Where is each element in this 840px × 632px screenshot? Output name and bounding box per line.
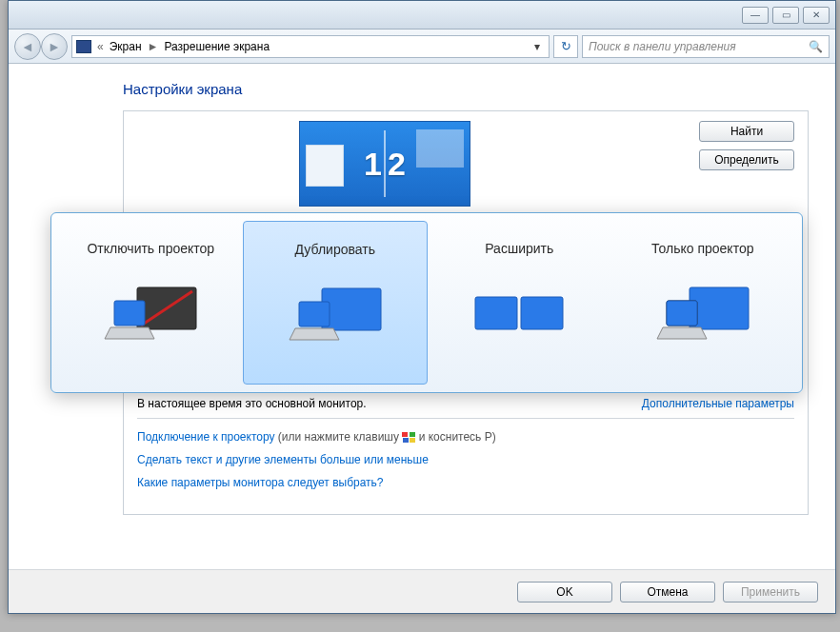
option-label: Отключить проектор — [87, 230, 214, 267]
search-icon: 🔍 — [809, 40, 823, 53]
monitor-params-link[interactable]: Какие параметры монитора следует выбрать… — [137, 476, 794, 489]
svg-rect-8 — [521, 297, 563, 329]
navigation-bar: ◄ ► « Экран ► Разрешение экрана ▾ ↻ Поис… — [9, 30, 835, 64]
primary-monitor-status: В настоящее время это основной монитор. — [137, 397, 367, 410]
breadcrumb-sep: « — [97, 40, 104, 53]
detect-button[interactable]: Определить — [699, 149, 794, 170]
svg-rect-13 — [667, 301, 697, 326]
svg-rect-9 — [690, 287, 749, 329]
breadcrumb-sep: ► — [148, 40, 159, 53]
control-panel-window: — ▭ ✕ ◄ ► « Экран ► Разрешение экрана ▾ … — [8, 0, 836, 614]
projector-only-icon — [646, 280, 760, 356]
search-placeholder: Поиск в панели управления — [589, 40, 736, 53]
svg-rect-6 — [299, 302, 330, 326]
cancel-button[interactable]: Отмена — [620, 582, 715, 602]
address-bar[interactable]: « Экран ► Разрешение экрана ▾ — [71, 35, 550, 58]
svg-rect-4 — [322, 288, 381, 330]
svg-marker-10 — [657, 327, 707, 339]
svg-marker-5 — [290, 328, 339, 340]
nav-forward-button[interactable]: ► — [41, 33, 68, 60]
projector-option-projector-only[interactable]: Только проектор — [611, 221, 795, 385]
projector-option-duplicate[interactable]: Дублировать — [243, 221, 429, 385]
nav-back-button[interactable]: ◄ — [14, 33, 41, 60]
preview-window-icon — [416, 129, 464, 168]
option-label: Только проектор — [651, 230, 753, 267]
projector-mode-popup: Отключить проектор Дублировать Расширить — [50, 212, 803, 393]
link-hint: и коснитесь P) — [415, 430, 495, 444]
projector-connection-link[interactable]: Подключение к проектору (или нажмите кла… — [137, 430, 794, 444]
minimize-button[interactable]: — — [742, 7, 769, 24]
dialog-footer: OK Отмена Применить — [9, 569, 835, 613]
refresh-button[interactable]: ↻ — [553, 35, 578, 58]
disconnect-projector-icon — [93, 280, 208, 356]
display-number-1: 1 — [364, 146, 382, 183]
display-number-2: 2 — [388, 146, 406, 183]
maximize-button[interactable]: ▭ — [772, 7, 799, 24]
breadcrumb-screen[interactable]: Экран — [110, 40, 142, 53]
duplicate-icon — [278, 281, 392, 357]
page-title: Настройки экрана — [123, 81, 809, 97]
projector-option-disconnect[interactable]: Отключить проектор — [59, 221, 243, 385]
preview-window-icon — [306, 145, 344, 187]
advanced-parameters-link[interactable]: Дополнительные параметры — [642, 397, 794, 410]
projector-option-extend[interactable]: Расширить — [428, 221, 611, 385]
display-icon — [76, 40, 91, 53]
option-label: Дублировать — [295, 231, 375, 267]
svg-rect-7 — [475, 297, 517, 329]
breadcrumb-resolution[interactable]: Разрешение экрана — [164, 40, 270, 53]
search-input[interactable]: Поиск в панели управления 🔍 — [582, 35, 830, 58]
status-row: Дополнительные параметры В настоящее вре… — [137, 397, 794, 410]
text-size-link[interactable]: Сделать текст и другие элементы больше и… — [137, 453, 794, 466]
address-dropdown-icon[interactable]: ▾ — [530, 40, 545, 53]
window-titlebar: — ▭ ✕ — [9, 1, 835, 30]
close-button[interactable]: ✕ — [803, 7, 830, 24]
svg-rect-3 — [114, 301, 145, 326]
option-label: Расширить — [485, 230, 553, 267]
extend-icon — [462, 280, 576, 356]
find-button[interactable]: Найти — [699, 121, 794, 142]
display-preview[interactable]: 1 2 — [299, 121, 470, 207]
divider — [137, 418, 794, 419]
svg-marker-2 — [105, 327, 154, 339]
link-text: Подключение к проектору — [137, 430, 275, 444]
apply-button[interactable]: Применить — [723, 582, 818, 602]
windows-key-icon — [402, 432, 415, 443]
preview-divider — [384, 130, 386, 197]
link-hint: (или нажмите клавишу — [275, 430, 403, 444]
ok-button[interactable]: OK — [517, 582, 612, 602]
nav-arrows: ◄ ► — [14, 33, 68, 60]
